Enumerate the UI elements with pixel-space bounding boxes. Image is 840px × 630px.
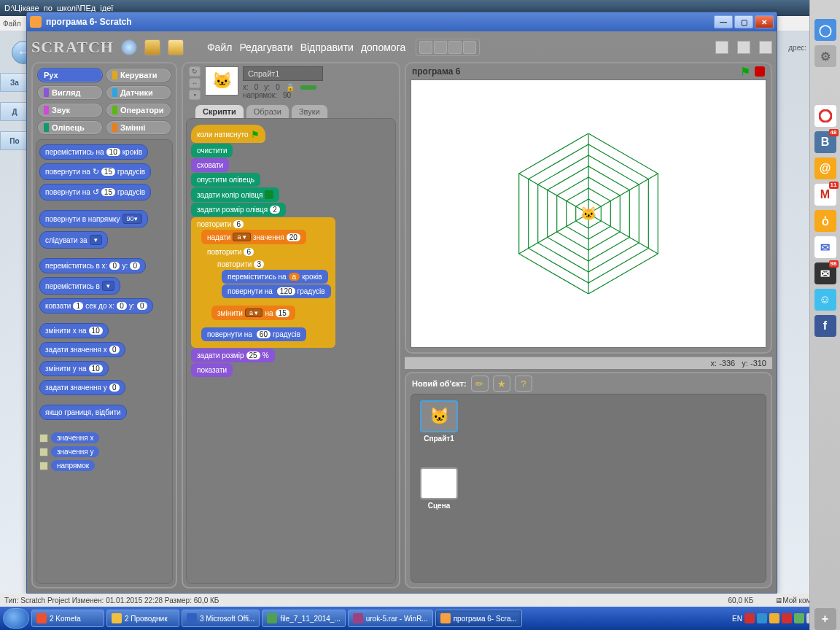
sidebar-person-icon[interactable]: ☺ [814, 289, 836, 311]
import-sprite-icon[interactable]: ★ [493, 376, 510, 392]
task-msword[interactable]: 3 Microsoft Offi... [182, 610, 260, 627]
blk-show[interactable]: показати [191, 363, 233, 377]
menu-edit[interactable]: Редагувати [239, 42, 292, 53]
blk-pendown[interactable]: опустити олівець [191, 173, 260, 187]
reporter-y[interactable]: значення y [51, 446, 99, 457]
var-y-check[interactable] [39, 448, 48, 456]
grow-tool-icon[interactable] [448, 41, 462, 54]
script-canvas[interactable]: коли натиснуто очистити сховати опустити… [186, 118, 396, 584]
close-button[interactable]: ✕ [755, 15, 774, 28]
tray-icon[interactable] [744, 613, 755, 623]
sidebar-fb-icon[interactable]: f [814, 315, 836, 337]
blk-clear[interactable]: очистити [191, 144, 233, 158]
stop-button[interactable] [755, 66, 765, 77]
category-operators[interactable]: Оператори [106, 103, 171, 117]
blk-repeat-inner[interactable]: повторити3 переміститись наaкроків повер… [211, 257, 332, 305]
category-pen[interactable]: Олівець [37, 120, 103, 135]
pblock-change-y[interactable]: змінити y на10 [39, 361, 109, 376]
category-sensing[interactable]: Датчики [106, 85, 171, 100]
pblock-move-steps[interactable]: переміститись на10кроків [39, 144, 148, 160]
sidebar-envelope-icon[interactable]: ✉98 [814, 262, 836, 284]
sidebar-ok-icon[interactable]: ȯ [814, 210, 836, 232]
green-flag-button[interactable]: ⚑ [740, 65, 750, 79]
pblock-glide[interactable]: ковзати1сек до x:0y:0 [39, 298, 153, 314]
pblock-point-direction[interactable]: повернути в напрямку90▾ [39, 210, 148, 228]
rotate-lr-icon[interactable]: ↔ [189, 78, 201, 88]
paint-sprite-icon[interactable]: ✏ [471, 376, 489, 392]
sprite-name-input[interactable]: Спрайт1 [243, 66, 323, 81]
tray-icon[interactable] [782, 613, 792, 623]
cut-tool-icon[interactable] [434, 41, 447, 54]
left-stub-0[interactable]: За [0, 73, 29, 92]
shrink-tool-icon[interactable] [463, 41, 476, 54]
blk-repeat-mid[interactable]: повторити6 повторити3 переміститись наaк… [201, 245, 334, 327]
blk-repeat-outer[interactable]: повторити6 надатиa ▾значення20 повторити… [191, 217, 335, 348]
category-variables[interactable]: Змінні [106, 120, 171, 135]
blk-setsize[interactable]: задати розмір25% [191, 349, 275, 362]
blk-pencolor[interactable]: задати колір олівця [191, 187, 279, 202]
category-sound[interactable]: Звук [37, 103, 103, 117]
category-looks[interactable]: Вигляд [37, 85, 103, 100]
var-dir-check[interactable] [39, 462, 48, 470]
tray-icon[interactable] [757, 613, 767, 623]
surprise-sprite-icon[interactable]: ? [515, 376, 532, 392]
tab-sounds[interactable]: Звуки [291, 104, 328, 118]
sidebar-mailru-icon[interactable]: @ [814, 158, 836, 179]
var-x-check[interactable] [39, 434, 48, 443]
language-icon[interactable] [121, 39, 137, 55]
pblock-follow[interactable]: слідувати за ▾ [39, 231, 108, 249]
pblock-goto-sprite[interactable]: переміститись в ▾ [39, 277, 120, 295]
sidebar-browser-icon[interactable]: ◯ [814, 19, 836, 41]
tab-costumes[interactable]: Образи [246, 104, 289, 118]
menu-share[interactable]: Відправити [300, 42, 354, 53]
blk-turn60[interactable]: повернути на60градусів [201, 327, 306, 341]
blk-green-flag[interactable]: коли натиснуто [191, 125, 265, 143]
open-icon[interactable] [168, 39, 184, 55]
task-winrar[interactable]: urok-5.rar - WinR... [348, 610, 433, 627]
color-swatch[interactable] [265, 190, 273, 199]
view-small-icon[interactable] [715, 41, 728, 54]
left-stub-1[interactable]: Д [0, 102, 29, 121]
task-kometa[interactable]: 2 Kometa [31, 610, 104, 627]
sidebar-mail-icon[interactable]: ✉ [814, 236, 836, 258]
reporter-direction[interactable]: напрямок [51, 460, 95, 471]
sprite-tile-stage[interactable]: Сцена [417, 467, 461, 510]
view-normal-icon[interactable] [737, 41, 750, 54]
pblock-change-x[interactable]: змінити x на10 [39, 323, 109, 338]
tray-icon[interactable] [769, 613, 779, 623]
sidebar-kometa-icon[interactable] [814, 105, 836, 127]
category-motion[interactable]: Рух [37, 68, 103, 82]
task-file7[interactable]: file_7_11_2014_... [262, 610, 345, 627]
stamp-tool-icon[interactable] [419, 41, 432, 54]
sprite-tile-sprite1[interactable]: 🐱 Спрайт1 [417, 400, 461, 443]
minimize-button[interactable]: — [714, 15, 733, 28]
rotate-full-icon[interactable]: ↻ [189, 66, 201, 77]
pblock-set-y[interactable]: задати значення y0 [39, 380, 125, 395]
blk-turn120[interactable]: повернути на120градусів [222, 284, 331, 298]
task-explorer[interactable]: 2 Проводник [106, 610, 179, 627]
left-stub-2[interactable]: По [0, 131, 29, 150]
bg-menu-file[interactable]: Файл [3, 20, 21, 28]
pblock-goto-xy[interactable]: переміститись в x:0y:0 [39, 258, 146, 273]
maximize-button[interactable]: ▢ [734, 15, 753, 28]
view-present-icon[interactable] [759, 41, 772, 54]
pblock-turn-ccw[interactable]: повернути на15градусів [39, 184, 151, 201]
sidebar-add-icon[interactable]: + [814, 608, 836, 630]
sidebar-vk-icon[interactable]: B48 [814, 131, 836, 153]
reporter-x[interactable]: значення x [51, 432, 99, 443]
sidebar-gear-icon[interactable]: ⚙ [814, 45, 836, 67]
tray-icon[interactable] [794, 613, 804, 623]
titlebar[interactable]: програма 6- Scratch — ▢ ✕ [27, 12, 777, 31]
menu-file[interactable]: Файл [207, 42, 232, 53]
pblock-set-x[interactable]: задати значення x0 [39, 342, 125, 357]
sprite-on-stage[interactable]: 🐱 [580, 206, 596, 222]
blk-pensize[interactable]: задати розмір олівця2 [191, 203, 286, 217]
pblock-turn-cw[interactable]: повернути на15градусів [39, 163, 151, 180]
start-button[interactable] [3, 608, 29, 629]
blk-setvar[interactable]: надатиa ▾значення20 [201, 230, 306, 244]
save-icon[interactable] [144, 39, 160, 55]
rotate-none-icon[interactable]: ▪ [189, 90, 201, 100]
blk-changevar[interactable]: змінитиa ▾на15 [211, 306, 295, 320]
task-scratch[interactable]: програма 6- Scra... [435, 610, 522, 627]
blk-move[interactable]: переміститись наaкроків [222, 270, 328, 284]
